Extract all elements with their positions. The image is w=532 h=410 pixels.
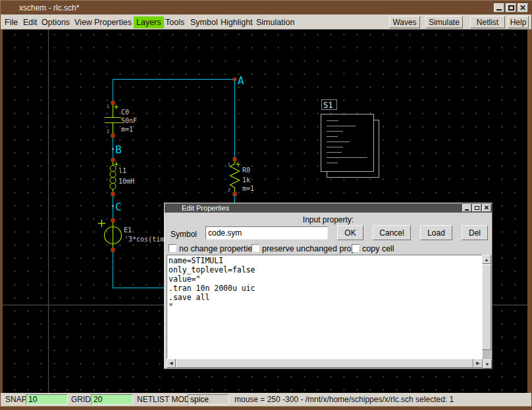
close-icon: ✕ [519,5,526,11]
window-close-button[interactable]: ✕ [518,3,528,13]
no-change-properties-checkbox[interactable] [169,244,176,252]
net-labels[interactable]: A B C [112,74,244,213]
resistor-mult: m=1 [242,185,254,192]
capacitor-symbol[interactable]: 1 2 C0 50nF m=1 [105,103,137,134]
vertical-scrollbar[interactable]: ▲ [483,255,492,359]
help-button[interactable]: Help [508,16,529,28]
copy-cell-label: copy cell [362,244,394,253]
menu-edit[interactable]: Edit [20,16,40,28]
menu-highlight[interactable]: Highlight [218,16,255,28]
net-label-b: B [115,143,122,156]
scroll-left-arrow[interactable]: ◀ [167,359,176,368]
dialog-title: Edit Properties [182,204,229,212]
window-border [0,406,532,410]
load-button[interactable]: Load [420,225,452,240]
menu-file[interactable]: File [2,16,20,28]
resistor-symbol[interactable]: 1 2 R0 1k m=1 [228,161,254,193]
mouse-info: mouse = 250 -300 - /mnt/x/home/schippes/… [234,395,454,404]
resistor-value: 1k [242,176,250,184]
window-title: xschem - rlc.sch* [19,3,79,13]
cancel-button[interactable]: Cancel [373,225,411,240]
menu-layers[interactable]: Layers [134,16,164,28]
vertical-scroll-thumb[interactable] [482,264,491,350]
grid-label: GRID: [71,395,93,404]
capacitor-mult: m=1 [121,126,133,133]
minimize-icon [496,9,502,11]
maximize-icon [475,206,479,210]
dialog-close-button[interactable]: ✕ [482,204,491,212]
window-controls: ✕ [494,3,528,13]
dialog-minimize-button[interactable] [462,204,471,212]
scroll-up-arrow[interactable]: ▲ [482,255,491,264]
preserve-unchanged-props-checkbox[interactable] [252,244,259,252]
resistor-name: R0 [242,167,250,174]
waves-button[interactable]: Waves [389,16,420,28]
net-label-c: C [115,201,122,213]
simulate-button[interactable]: Simulate [425,16,463,28]
xschem-window: xschem - rlc.sch* ✕ File Edit Options Vi… [0,0,532,410]
symbol-input[interactable] [205,226,328,240]
no-change-properties-label: no change properties [179,244,256,253]
net-label-a: A [238,74,244,87]
resistor-pin1: 1 [228,162,230,167]
capacitor-pin1: 1 [107,104,109,109]
checkbox-row: no change properties preserve unchanged … [165,243,492,254]
menu-options[interactable]: Options [39,16,72,28]
properties-textarea[interactable]: name=STIMULI only_toplevel=false value="… [167,255,482,359]
menu-properties[interactable]: Properties [92,16,134,28]
minimize-icon [465,209,469,211]
source-name: E1 [124,226,132,234]
netlist-mode-input[interactable] [188,394,229,405]
edit-properties-dialog: Edit Properties ✕ Input property: Symbol… [164,203,492,369]
inductor-name: l1 [119,167,126,174]
del-button[interactable]: Del [462,225,488,240]
dialog-controls: ✕ [462,204,491,212]
statusbar: SNAP: GRID: NETLIST MODE: mouse = 250 -3… [1,393,531,406]
capacitor-value: 50nF [121,117,137,124]
window-maximize-button[interactable] [506,3,516,13]
preserve-unchanged-props-label: preserve unchanged props [262,244,360,253]
menubar: File Edit Options View Properties Layers… [1,14,531,30]
titlebar[interactable]: xschem - rlc.sch* ✕ [0,0,532,14]
code-block-symbol[interactable]: S1 [321,100,379,178]
horizontal-scroll-thumb[interactable] [176,359,473,368]
capacitor-name: C0 [121,109,129,116]
scroll-down-arrow[interactable]: ▼ [483,359,492,369]
symbol-label: Symbol [171,230,197,239]
menu-symbol[interactable]: Symbol [188,16,221,28]
code-block-label: S1 [323,101,332,110]
horizontal-scrollbar[interactable]: ◀ ▶ [167,359,483,369]
netlist-button[interactable]: Netlist [470,16,505,28]
capacitor-pin2: 2 [107,129,109,134]
dialog-titlebar[interactable]: Edit Properties ✕ [165,203,492,213]
inductor-value: 10mH [119,178,134,185]
resistor-pin2: 2 [228,188,230,193]
dialog-maximize-button[interactable] [472,204,481,212]
snap-input[interactable] [26,394,68,405]
menu-simulation[interactable]: Simulation [253,16,297,28]
grid-input[interactable] [91,394,133,405]
inductor-symbol[interactable]: l1 10mH [110,162,134,192]
menu-tools[interactable]: Tools [163,16,187,28]
scroll-right-arrow[interactable]: ▶ [473,359,483,368]
properties-text-frame: name=STIMULI only_toplevel=false value="… [167,255,483,359]
window-minimize-button[interactable] [494,3,504,13]
ok-button[interactable]: OK [337,225,363,240]
copy-cell-checkbox[interactable] [352,244,359,252]
maximize-icon [508,5,514,11]
input-property-label: Input property: [165,215,492,224]
close-icon: ✕ [484,205,489,211]
